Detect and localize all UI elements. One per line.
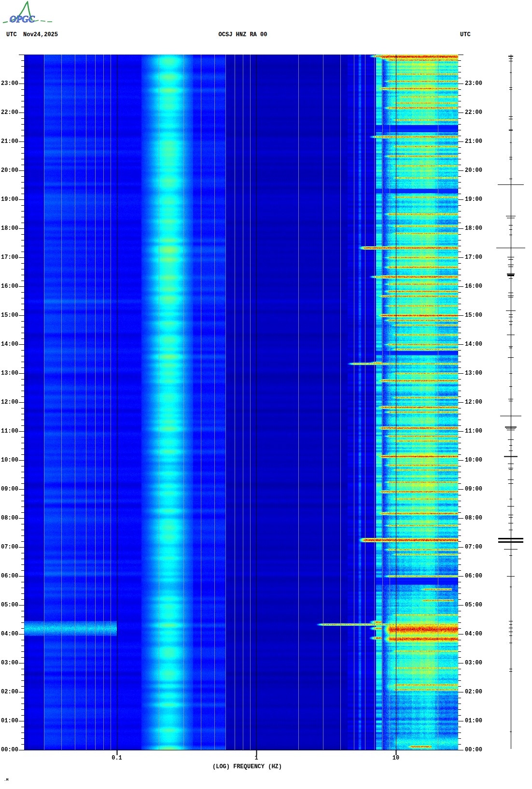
- time-label-left: 21:00: [0, 138, 18, 145]
- time-label-right: 19:00: [465, 196, 487, 203]
- time-label-left: 01:00: [0, 718, 18, 724]
- time-label-right: 08:00: [465, 515, 487, 521]
- time-label-left: 06:00: [0, 573, 18, 579]
- time-label-right: 05:00: [465, 602, 487, 608]
- time-label-left: 22:00: [0, 109, 18, 116]
- time-label-left: 19:00: [0, 196, 18, 203]
- time-label-left: 15:00: [0, 312, 18, 319]
- time-label-left: 03:00: [0, 660, 18, 666]
- time-label-right: 22:00: [465, 109, 487, 116]
- time-label-left: 02:00: [0, 689, 18, 695]
- time-label-right: 13:00: [465, 370, 487, 377]
- time-label-right: 23:00: [465, 80, 487, 87]
- time-label-left: 20:00: [0, 167, 18, 174]
- freq-tick-label: 10: [384, 755, 408, 761]
- time-label-right: 14:00: [465, 341, 487, 348]
- freq-tick-label: 1: [244, 755, 268, 761]
- time-label-right: 12:00: [465, 399, 487, 406]
- time-label-right: 20:00: [465, 167, 487, 174]
- time-label-left: 07:00: [0, 544, 18, 550]
- time-label-left: 13:00: [0, 370, 18, 377]
- time-label-right: 10:00: [465, 457, 487, 464]
- time-label-left: 16:00: [0, 283, 18, 290]
- time-label-left: 04:00: [0, 631, 18, 637]
- time-label-right: 17:00: [465, 254, 487, 261]
- time-label-right: 09:00: [465, 486, 487, 493]
- time-label-right: 18:00: [465, 225, 487, 232]
- time-label-right: 00:00: [465, 747, 487, 753]
- x-axis-label: (LOG) FREQUENCY (HZ): [204, 763, 291, 770]
- time-label-left: 23:00: [0, 80, 18, 87]
- spectrogram-page: OPGC UTC Nov24,2025 OCSJ HNZ RA 00 UTC 2…: [0, 0, 532, 789]
- time-label-right: 15:00: [465, 312, 487, 319]
- time-label-right: 21:00: [465, 138, 487, 145]
- time-label-left: 12:00: [0, 399, 18, 406]
- time-label-left: 08:00: [0, 515, 18, 521]
- time-label-right: 11:00: [465, 428, 487, 435]
- time-label-left: 14:00: [0, 341, 18, 348]
- time-label-left: 00:00: [0, 747, 18, 753]
- time-label-left: 11:00: [0, 428, 18, 435]
- time-label-right: 07:00: [465, 544, 487, 550]
- time-label-right: 04:00: [465, 631, 487, 637]
- time-label-right: 02:00: [465, 689, 487, 695]
- spectrogram-canvas: [0, 0, 532, 789]
- time-label-left: 09:00: [0, 486, 18, 493]
- footer-mark: .M: [4, 777, 9, 782]
- time-label-right: 03:00: [465, 660, 487, 666]
- time-label-left: 18:00: [0, 225, 18, 232]
- time-label-right: 06:00: [465, 573, 487, 579]
- time-label-left: 10:00: [0, 457, 18, 464]
- time-label-right: 01:00: [465, 718, 487, 724]
- time-label-left: 05:00: [0, 602, 18, 608]
- time-label-right: 16:00: [465, 283, 487, 290]
- freq-tick-label: 0.1: [105, 755, 129, 761]
- time-label-left: 17:00: [0, 254, 18, 261]
